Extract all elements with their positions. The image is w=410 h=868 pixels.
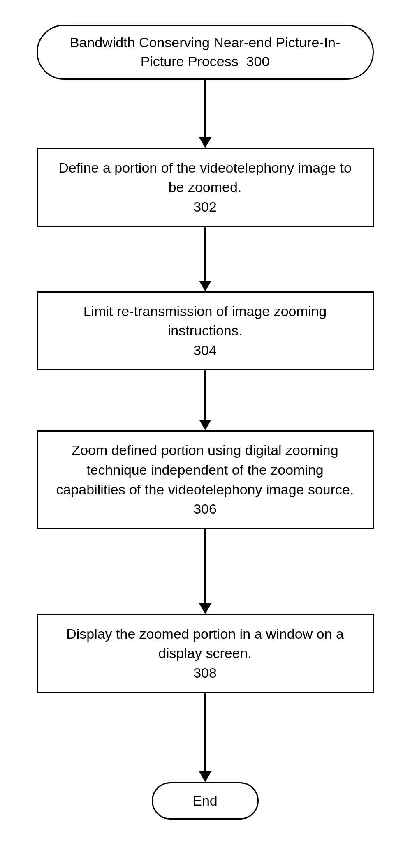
- arrow-head-icon: [199, 281, 211, 291]
- start-terminator: Bandwidth Conserving Near-end Picture-In…: [37, 25, 374, 80]
- arrow-1: [199, 227, 211, 291]
- process-step-306: Zoom defined portion using digital zoomi…: [37, 430, 374, 529]
- start-ref: 300: [246, 53, 270, 69]
- arrow-line: [204, 80, 206, 137]
- step-text: Limit re-transmission of image zooming i…: [83, 303, 327, 339]
- step-ref: 306: [193, 501, 217, 517]
- flowchart-container: Bandwidth Conserving Near-end Picture-In…: [0, 0, 410, 820]
- step-ref: 308: [193, 665, 217, 681]
- arrow-line: [204, 370, 206, 420]
- end-label: End: [192, 793, 218, 808]
- step-text: Zoom defined portion using digital zoomi…: [56, 442, 354, 497]
- arrow-line: [204, 693, 206, 771]
- arrow-4: [199, 693, 211, 782]
- arrow-head-icon: [199, 771, 211, 782]
- process-step-304: Limit re-transmission of image zooming i…: [37, 291, 374, 371]
- arrow-line: [204, 227, 206, 281]
- step-text: Display the zoomed portion in a window o…: [66, 626, 344, 661]
- start-title: Bandwidth Conserving Near-end Picture-In…: [70, 35, 341, 69]
- arrow-head-icon: [199, 603, 211, 614]
- step-text: Define a portion of the videotelephony i…: [58, 160, 352, 195]
- arrow-0: [199, 80, 211, 148]
- step-ref: 304: [193, 342, 217, 358]
- arrow-2: [199, 370, 211, 430]
- arrow-head-icon: [199, 420, 211, 430]
- process-step-308: Display the zoomed portion in a window o…: [37, 614, 374, 693]
- step-ref: 302: [193, 199, 217, 215]
- arrow-head-icon: [199, 137, 211, 148]
- arrow-line: [204, 529, 206, 603]
- end-terminator: End: [152, 782, 259, 820]
- arrow-3: [199, 529, 211, 614]
- process-step-302: Define a portion of the videotelephony i…: [37, 148, 374, 227]
